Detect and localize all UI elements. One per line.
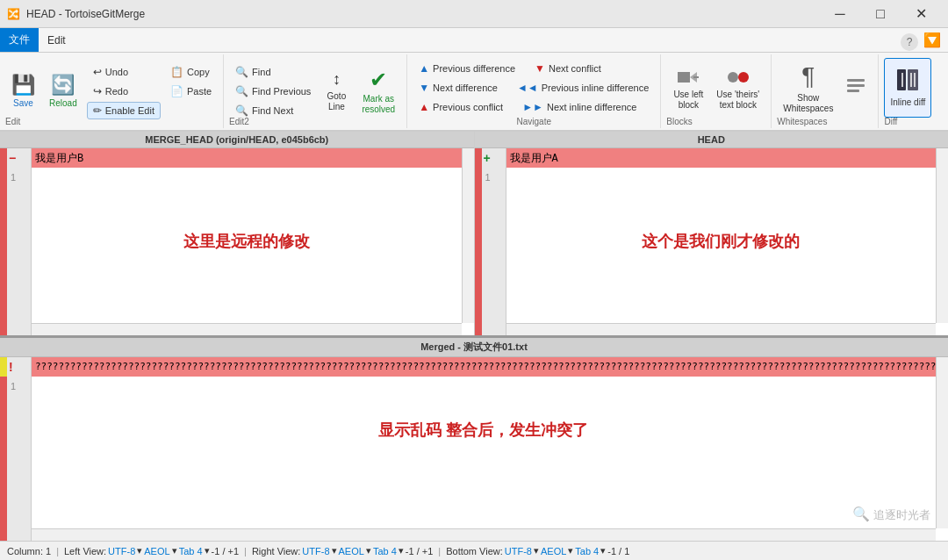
svg-rect-6 [847,84,865,87]
left-tab-dropdown[interactable]: Tab 4 [179,546,203,556]
ribbon-label-diff: Diff [884,117,897,126]
bottom-view-label: Bottom View: [446,546,503,556]
right-center-text: 这个是我们刚才修改的 [506,231,937,252]
save-button[interactable]: 💾 Save [5,61,41,121]
bottom-yellow-marker [0,357,7,377]
ws-extra-button[interactable] [839,58,873,118]
bottom-tab-dropdown[interactable]: Tab 4 [575,546,599,556]
prev-diff-button[interactable]: ▲ Previous difference [413,60,521,77]
bottom-red-marker [0,377,7,542]
right-hscrollbar[interactable] [506,323,937,335]
checkmark-icon: ✔ [370,68,387,93]
prev-inline-diff-button[interactable]: ◄◄ Previous inline difference [511,79,655,97]
undo-icon: ↩ [93,66,102,78]
right-pos: -1 / +1 [406,546,434,556]
reload-button[interactable]: 🔄 Reload [43,61,83,121]
right-gutter-plus: + [482,148,506,168]
left-center-text: 这里是远程的修改 [32,231,462,252]
show-whitespaces-button[interactable]: ¶ Show Whitespaces [777,58,839,118]
ribbon: 💾 Save 🔄 Reload ↩ Undo ↪ Redo ✏ Enable E… [0,53,948,132]
menu-edit[interactable]: Edit [39,28,75,52]
use-left-icon [676,65,700,90]
next-conflict-icon: ▼ [535,62,545,75]
bottom-center-text: 显示乱码 整合后，发生冲突了 [32,420,936,441]
next-inline-diff-button[interactable]: ►► Next inline difference [516,98,643,116]
bottom-hscrollbar[interactable] [32,528,936,541]
right-pane-header: HEAD [475,132,949,148]
copy-icon: 📋 [170,66,183,78]
use-theirs-icon [726,65,750,90]
left-line-1: 我是用户B [32,148,462,168]
menu-file[interactable]: 文件 [0,28,39,52]
bottom-vscrollbar[interactable] [936,357,948,529]
find-prev-icon: 🔍 [235,85,248,97]
maximize-button[interactable]: □ [860,0,901,28]
goto-line-button[interactable]: ↕ Goto Line [320,61,352,121]
bottom-encoding-dropdown[interactable]: UTF-8 [505,546,532,556]
close-button[interactable]: ✕ [901,0,941,28]
inline-diff-icon [895,68,920,98]
help-button[interactable]: ? [901,33,918,51]
bottom-pane: Merged - 测试文件01.txt ! 1 ?????????? [0,338,948,542]
minimize-button[interactable]: ─ [820,0,860,28]
find-button[interactable]: 🔍 Find [229,63,317,81]
title-text: HEAD - TortoiseGitMerge [26,8,820,20]
right-view-label: Right View: [252,546,300,556]
right-pane-content[interactable]: + 1 我是用户A 这个是我们刚才修改的 [475,148,949,335]
next-inline-icon: ►► [522,101,543,113]
left-hscrollbar[interactable] [32,323,462,335]
left-conflict-marker [0,148,7,335]
whitespace-icon: ¶ [801,61,815,91]
find-icon: 🔍 [235,66,248,78]
right-encoding-dropdown[interactable]: UTF-8 [302,546,329,556]
left-pos: -1 / +1 [212,546,240,556]
bottom-pane-lines[interactable]: ????????????????????????????????????????… [32,357,936,529]
undo-button[interactable]: ↩ Undo [87,63,161,81]
prev-diff-icon: ▲ [419,62,429,75]
next-diff-button[interactable]: ▼ Next difference [413,79,504,97]
ribbon-section-file: 💾 Save 🔄 Reload ↩ Undo ↪ Redo ✏ Enable E… [0,54,224,128]
right-gutter: + 1 [482,148,506,335]
left-vscrollbar[interactable] [462,148,474,323]
redo-icon: ↪ [93,85,102,97]
find-previous-button[interactable]: 🔍 Find Previous [229,83,317,100]
prev-conflict-button[interactable]: ▲ Previous conflict [413,98,509,116]
bottom-pane-header: Merged - 测试文件01.txt [0,338,948,357]
bottom-pos: -1 / 1 [607,546,629,556]
left-pane-content[interactable]: − 1 我是用户B 这里是远程的修改 [0,148,474,335]
use-theirs-block-button[interactable]: Use 'theirs' text block [710,58,765,118]
bottom-gutter: ! 1 [7,357,32,542]
use-left-block-button[interactable]: Use left block [666,58,710,118]
inline-diff-button[interactable]: Inline diff [884,58,931,118]
right-line-1: 我是用户A [506,148,937,168]
bottom-eol-dropdown[interactable]: AEOL [541,546,566,556]
find-next-icon: 🔍 [235,104,248,117]
left-pane-header: MERGE_HEAD (origin/HEAD, e045b6cb) [0,132,474,148]
left-encoding-dropdown[interactable]: UTF-8 [108,546,135,556]
sep3: | [438,546,441,556]
svg-rect-8 [897,69,906,90]
right-tab-dropdown[interactable]: Tab 4 [373,546,397,556]
next-conflict-button[interactable]: ▼ Next conflict [528,60,607,77]
mark-resolved-button[interactable]: ✔ Mark as resolved [356,61,401,121]
goto-icon: ↕ [333,70,341,90]
right-vscrollbar[interactable] [936,148,948,323]
ribbon-label-edit: Edit [5,117,20,126]
right-eol-dropdown[interactable]: AEOL [339,546,364,556]
left-eol-dropdown[interactable]: AEOL [144,546,169,556]
right-gutter-line-num-1: 1 [482,168,506,187]
prev-conflict-icon: ▲ [419,101,429,113]
enable-edit-button[interactable]: ✏ Enable Edit [87,102,161,119]
column-indicator: Column: 1 [7,546,51,556]
right-pane: HEAD + 1 [475,132,949,335]
redo-button[interactable]: ↪ Redo [87,83,161,100]
copy-button[interactable]: 📋 Copy [164,63,218,81]
bottom-pane-content[interactable]: ! 1 ????????????????????????????????????… [0,357,948,542]
expand-button[interactable]: 🔽 [923,32,941,48]
gutter-line-num-1: 1 [7,168,31,187]
paste-button[interactable]: 📄 Paste [164,83,218,100]
ribbon-section-whitespaces: ¶ Show Whitespaces Whitespaces [772,54,879,128]
ribbon-label-navigate: Navigate [517,117,551,126]
left-pane: MERGE_HEAD (origin/HEAD, e045b6cb) − 1 [0,132,475,335]
ribbon-label-edit2: Edit2 [229,117,249,126]
